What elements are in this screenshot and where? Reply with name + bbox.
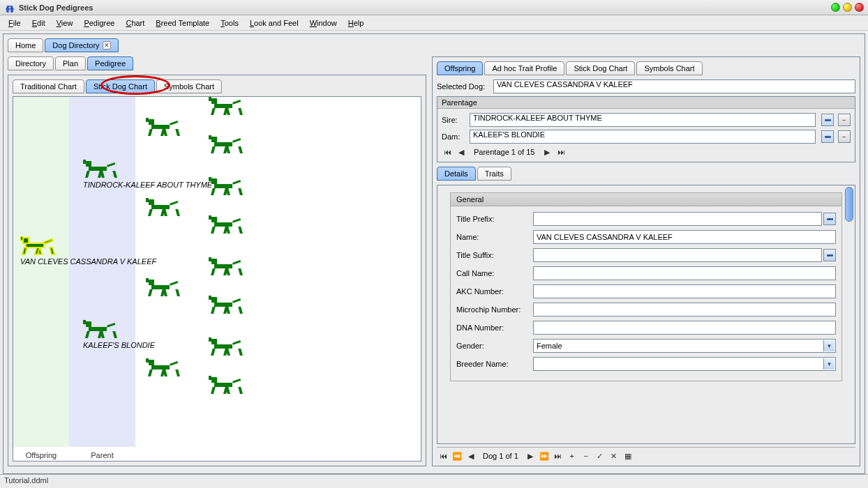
menu-window[interactable]: Window <box>304 17 343 29</box>
chart-dog-g2-3[interactable] <box>146 358 181 379</box>
chart-dog-self[interactable]: VAN CLEVES CASSANDRA V KALEEF <box>20 236 156 266</box>
akc-field[interactable] <box>533 284 836 298</box>
gender-field[interactable]: Female▼ <box>533 339 836 353</box>
sire-clear-button[interactable]: − <box>838 114 851 126</box>
title-suffix-label: Title Suffix: <box>456 251 533 259</box>
menu-look-and-feel[interactable]: Look and Feel <box>244 17 304 29</box>
chart-tabstrip: Traditional Chart Stick Dog Chart Symbol… <box>13 79 421 93</box>
tab-symbols-chart-r[interactable]: Symbols Chart <box>636 61 702 75</box>
parentage-title: Parentage <box>437 97 855 109</box>
sire-browse-button[interactable]: ••• <box>821 114 834 126</box>
menu-view[interactable]: View <box>51 17 79 29</box>
microchip-label: Microchip Number: <box>456 305 533 314</box>
menu-breed-template[interactable]: Breed Template <box>150 17 215 29</box>
rec-fastfwd-icon[interactable]: ⏩ <box>538 450 551 462</box>
microchip-field[interactable] <box>533 303 836 317</box>
tab-pedigree[interactable]: Pedigree <box>87 56 133 70</box>
chart-dog-dam[interactable]: KALEEF'S BLONDIE <box>83 320 155 349</box>
chart-dog-sire[interactable]: TINDROCK-KALEEF ABOUT THYME <box>83 160 212 189</box>
minimize-button[interactable] <box>831 3 840 12</box>
dropdown-icon[interactable]: ▼ <box>823 358 835 369</box>
menu-help[interactable]: Help <box>343 17 370 29</box>
menu-file[interactable]: File <box>3 17 27 29</box>
tab-traits[interactable]: Traits <box>477 167 511 181</box>
menu-tools[interactable]: Tools <box>215 17 244 29</box>
gen-column-1 <box>69 97 135 447</box>
tab-stick-dog-chart[interactable]: Stick Dog Chart <box>86 79 155 93</box>
chart-dog-g3-4[interactable] <box>209 257 244 278</box>
selected-dog-label: Selected Dog: <box>437 82 489 91</box>
maximize-button[interactable] <box>843 3 852 12</box>
menu-edit[interactable]: Edit <box>27 17 51 29</box>
menu-chart[interactable]: Chart <box>120 17 150 29</box>
gen-label-offspring: Offspring <box>13 451 69 459</box>
name-field[interactable]: VAN CLEVES CASSANDRA V KALEEF <box>533 230 836 244</box>
detail-tabstrip: Details Traits <box>437 167 855 181</box>
sire-field[interactable]: TINDROCK-KALEEF ABOUT THYME <box>470 113 816 127</box>
nav-prev-icon[interactable]: ◀ <box>456 146 467 158</box>
rec-cancel-icon[interactable]: ✕ <box>608 450 620 462</box>
pedigree-chart[interactable]: VAN CLEVES CASSANDRA V KALEEF TINDROCK-K… <box>13 96 421 462</box>
chart-dog-g2-2[interactable] <box>146 278 181 299</box>
rec-next-icon[interactable]: ▶ <box>524 450 537 462</box>
tab-directory[interactable]: Directory <box>8 56 54 70</box>
tab-dog-directory[interactable]: Dog Directory ✕ <box>45 38 118 52</box>
dam-browse-button[interactable]: ••• <box>821 130 834 143</box>
dam-clear-button[interactable]: − <box>838 130 851 143</box>
title-suffix-field[interactable] <box>533 248 822 262</box>
chart-dog-g3-2[interactable] <box>209 177 244 198</box>
chart-dog-g3-7[interactable] <box>209 376 244 397</box>
tab-details[interactable]: Details <box>437 167 476 181</box>
rec-add-icon[interactable]: + <box>566 450 578 462</box>
tab-symbols-chart[interactable]: Symbols Chart <box>156 79 222 93</box>
rec-prev-icon[interactable]: ◀ <box>465 450 477 462</box>
tab-home[interactable]: Home <box>8 38 43 52</box>
rec-fastback-icon[interactable]: ⏪ <box>451 450 463 462</box>
breeder-field[interactable]: ▼ <box>533 357 836 371</box>
general-box: General Title Prefix: ••• Name: VAN CLEV… <box>450 192 842 381</box>
status-text: Tutorial.ddml <box>4 476 48 485</box>
call-name-field[interactable] <box>533 266 836 280</box>
tab-plan[interactable]: Plan <box>55 56 86 70</box>
selected-dog-row: Selected Dog: VAN CLEVES CASSANDRA V KAL… <box>437 79 855 93</box>
nav-last-icon[interactable]: ⏭ <box>555 146 567 158</box>
nav-first-icon[interactable]: ⏮ <box>442 146 453 158</box>
call-name-label: Call Name: <box>456 269 533 277</box>
selected-dog-field[interactable]: VAN CLEVES CASSANDRA V KALEEF <box>493 79 855 93</box>
dna-label: DNA Number: <box>456 323 533 332</box>
title-prefix-field[interactable] <box>533 212 822 226</box>
rec-remove-icon[interactable]: − <box>580 450 592 462</box>
rec-last-icon[interactable]: ⏭ <box>552 450 564 462</box>
chart-dog-g3-3[interactable] <box>209 215 244 236</box>
gen-labels: Offspring Parent <box>13 451 135 459</box>
rec-commit-icon[interactable]: ✓ <box>594 450 606 462</box>
detail-scroll-area[interactable]: General Title Prefix: ••• Name: VAN CLEV… <box>437 185 855 444</box>
tab-traditional-chart[interactable]: Traditional Chart <box>13 79 84 93</box>
tab-stick-dog-chart-r[interactable]: Stick Dog Chart <box>566 61 635 75</box>
rec-first-icon[interactable]: ⏮ <box>437 450 449 462</box>
nav-next-icon[interactable]: ▶ <box>541 146 553 158</box>
dropdown-icon[interactable]: ▼ <box>823 340 835 351</box>
tab-adhoc-trait[interactable]: Ad hoc Trait Profile <box>484 61 564 75</box>
chart-dog-g2-1[interactable] <box>146 198 181 219</box>
chart-dog-g3-5[interactable] <box>209 296 244 317</box>
tab-offspring[interactable]: Offspring <box>437 61 483 75</box>
chart-dog-g3-0[interactable] <box>209 97 244 118</box>
tab-close-icon[interactable]: ✕ <box>103 41 111 49</box>
menu-pedigree[interactable]: Pedigree <box>78 17 120 29</box>
chart-dog-g2-0[interactable] <box>146 118 181 139</box>
close-button[interactable] <box>855 3 864 12</box>
dam-field[interactable]: KALEEF'S BLONDIE <box>470 130 816 144</box>
scrollbar-thumb[interactable] <box>845 187 853 222</box>
dam-label: Dam: <box>442 132 465 141</box>
rec-grid-icon[interactable]: ▦ <box>622 450 634 462</box>
chart-dog-g3-1[interactable] <box>209 135 244 156</box>
parentage-nav-text: Parentage 1 of 15 <box>474 148 534 156</box>
gen-column-0 <box>13 97 69 447</box>
dna-field[interactable] <box>533 321 836 335</box>
title-suffix-browse-button[interactable]: ••• <box>823 249 836 261</box>
name-label: Name: <box>456 233 533 241</box>
window-title: Stick Dog Pedigrees <box>19 3 93 12</box>
title-prefix-browse-button[interactable]: ••• <box>823 213 836 225</box>
chart-dog-g3-6[interactable] <box>209 337 244 358</box>
